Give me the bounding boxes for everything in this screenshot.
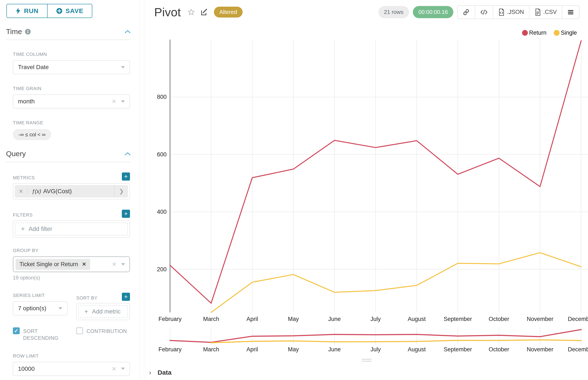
code-icon xyxy=(480,9,487,15)
chevron-right-icon: › xyxy=(149,369,151,376)
series-line-single[interactable] xyxy=(211,253,581,312)
time-range-label: TIME RANGE xyxy=(13,120,130,126)
chevron-up-icon[interactable] xyxy=(124,30,131,34)
line-chart-canvas[interactable]: 200400600800FebruaryMarchAprilMayJuneJul… xyxy=(145,30,588,329)
time-column-select[interactable]: Travel Date xyxy=(13,60,130,74)
query-section-header[interactable]: Query xyxy=(6,150,131,158)
add-sort-metric-dropzone[interactable]: + Add metric xyxy=(78,305,128,318)
sort-by-box: + Add metric xyxy=(76,303,130,320)
save-button[interactable]: SAVE xyxy=(47,4,92,18)
section-divider xyxy=(6,162,131,162)
run-button-label: RUN xyxy=(24,7,39,15)
section-divider xyxy=(6,39,131,40)
chevron-up-icon[interactable] xyxy=(124,152,131,156)
checkbox-checked-icon[interactable]: ✓ xyxy=(13,327,20,334)
row-limit-select[interactable]: 10000 ✕ xyxy=(13,362,130,376)
chevron-right-icon[interactable]: ❯ xyxy=(114,185,128,197)
view-query-button[interactable] xyxy=(475,6,493,19)
x-axis-label: October xyxy=(489,346,509,353)
run-save-group: RUN SAVE xyxy=(6,4,92,18)
query-section-title: Query xyxy=(6,150,26,158)
plus-icon: + xyxy=(21,225,25,233)
x-axis-label: August xyxy=(408,346,426,353)
series-limit-select[interactable]: 7 option(s) xyxy=(13,301,67,315)
add-filter-dropzone[interactable]: + Add filter xyxy=(15,223,128,235)
control-panel: RUN SAVE Time TIME COLUMN Travel Date TI… xyxy=(0,0,140,380)
fx-icon: ƒ(x) xyxy=(32,188,41,194)
x-axis-label: February xyxy=(159,346,182,353)
clear-icon[interactable]: ✕ xyxy=(112,262,117,267)
export-csv-button[interactable]: .CSV xyxy=(529,6,562,19)
x-axis-label: December xyxy=(568,316,588,322)
run-button[interactable]: RUN xyxy=(7,4,47,18)
row-limit-label: ROW LIMIT xyxy=(13,353,130,359)
add-metric-button[interactable]: + xyxy=(122,172,130,181)
add-metric-label: Add metric xyxy=(92,308,121,315)
query-timer-pill: 00:00:00.16 xyxy=(413,6,453,18)
metrics-box: ✕ ƒ(x) AVG(Cost) ❯ xyxy=(13,183,130,199)
clear-icon[interactable]: ✕ xyxy=(112,366,116,372)
group-by-label: GROUP BY xyxy=(13,248,130,253)
x-axis-label: December xyxy=(568,346,588,353)
x-axis-label: May xyxy=(288,346,299,353)
remove-tag-icon[interactable]: ✕ xyxy=(82,261,86,267)
contribution-checkbox[interactable]: CONTRIBUTION xyxy=(76,327,130,342)
save-button-label: SAVE xyxy=(65,7,83,15)
sort-descending-checkbox[interactable]: ✓ SORT DESCENDING xyxy=(13,327,76,342)
group-by-select[interactable]: Ticket Single or Return ✕ ✕ xyxy=(13,256,130,272)
caret-down-icon xyxy=(59,307,62,310)
data-panel-toggle[interactable]: › Data xyxy=(149,369,172,376)
csv-file-icon xyxy=(535,9,541,16)
add-filter-label: Add filter xyxy=(29,226,52,232)
time-column-value: Travel Date xyxy=(18,64,49,71)
export-button-group: .JSON .CSV xyxy=(457,5,579,19)
x-axis-label: September xyxy=(444,346,472,353)
chart-container-panel: Pivot Altered 21 rows 00:00:00.16 xyxy=(145,0,588,380)
x-axis-label: November xyxy=(527,316,553,322)
chart-title: Pivot xyxy=(154,5,181,19)
remove-metric-icon[interactable]: ✕ xyxy=(15,188,28,195)
metric-chip[interactable]: ✕ ƒ(x) AVG(Cost) ❯ xyxy=(15,185,128,197)
data-panel-label: Data xyxy=(158,369,172,376)
y-axis-tick-label: 600 xyxy=(157,151,167,158)
altered-badge[interactable]: Altered xyxy=(214,7,243,18)
x-axis-label: April xyxy=(246,346,258,353)
checkbox-empty-icon[interactable] xyxy=(76,327,83,334)
time-grain-value: month xyxy=(18,98,35,105)
context-brush-minichart[interactable]: FebruaryMarchAprilMayJuneJulyAugustSepte… xyxy=(145,326,588,356)
clear-icon[interactable]: ✕ xyxy=(112,99,116,104)
caret-down-icon xyxy=(121,263,125,266)
sort-descending-label: SORT DESCENDING xyxy=(23,327,60,342)
time-grain-label: TIME GRAIN xyxy=(13,86,130,91)
x-axis-label: November xyxy=(527,346,553,353)
export-json-button[interactable]: .JSON xyxy=(493,6,529,19)
series-limit-label: SERIES LIMIT xyxy=(13,293,76,298)
x-axis-label: July xyxy=(370,316,381,322)
favorite-star-icon[interactable] xyxy=(187,8,196,17)
time-section-title: Time xyxy=(6,27,22,36)
x-axis-label: April xyxy=(246,316,258,322)
filters-box: + Add filter xyxy=(13,220,130,237)
time-grain-select[interactable]: month ✕ xyxy=(13,94,130,109)
x-axis-label: July xyxy=(370,346,381,353)
series-line-single[interactable] xyxy=(211,340,581,343)
caret-down-icon xyxy=(121,368,125,370)
chart-header: Pivot Altered 21 rows 00:00:00.16 xyxy=(145,0,588,19)
row-limit-value: 10000 xyxy=(18,365,35,372)
hamburger-menu-icon xyxy=(568,9,574,15)
edit-title-icon[interactable] xyxy=(200,8,208,16)
add-filter-button[interactable]: + xyxy=(122,210,130,218)
y-axis-tick-label: 400 xyxy=(157,209,167,215)
contribution-label: CONTRIBUTION xyxy=(86,327,127,335)
south-pane-drag-handle[interactable] xyxy=(362,358,371,361)
x-axis-label: October xyxy=(489,316,509,322)
group-by-options-hint: 19 option(s) xyxy=(13,275,130,281)
metrics-label: METRICS xyxy=(13,175,35,181)
add-sort-metric-button[interactable]: + xyxy=(122,293,130,301)
time-range-button[interactable]: -∞ ≤ col < ∞ xyxy=(13,129,51,140)
share-link-button[interactable] xyxy=(458,6,475,19)
csv-button-label: .CSV xyxy=(543,9,557,15)
chart-menu-button[interactable] xyxy=(562,6,579,19)
panel-resizer[interactable] xyxy=(140,0,145,380)
time-section-header[interactable]: Time xyxy=(6,27,131,36)
